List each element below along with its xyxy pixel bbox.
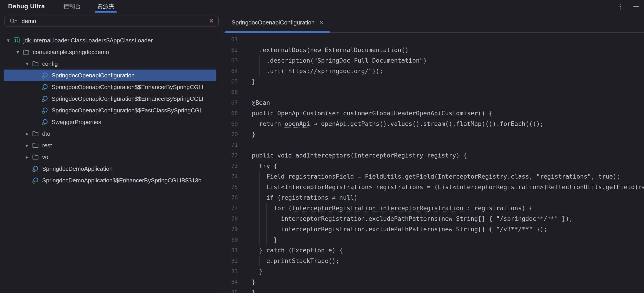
- line-number[interactable]: 66: [224, 87, 238, 97]
- warning-underlined-token: customerGlobalHeaderOpenApiCustomiser: [343, 110, 478, 117]
- tree-item-springdocopenapiconfiguration-enhancerbyspringcg[interactable]: SpringdocOpenapiConfiguration$$EnhancerB…: [4, 81, 216, 93]
- warning-underlined-token: InterceptorRegistration interceptorRegis…: [292, 204, 463, 212]
- indent-guide: [252, 118, 259, 129]
- code-line-65: 65}: [224, 76, 644, 87]
- indent-guide: [252, 182, 266, 192]
- folder-icon: [32, 142, 39, 149]
- editor-tab-label: SpringdocOpenapiConfiguration: [232, 19, 314, 26]
- line-content[interactable]: @Bean: [252, 97, 644, 108]
- line-content[interactable]: try {: [252, 161, 644, 171]
- tree-item-label: config: [42, 60, 58, 67]
- line-content[interactable]: interceptorRegistration.excludePathPatte…: [252, 224, 644, 234]
- line-number[interactable]: 71: [224, 140, 238, 150]
- tree-item-springdocdemoapplication-enhancerbyspringcglib-1[interactable]: SpringdocDemoApplication$$EnhancerBySpri…: [4, 174, 216, 186]
- line-content[interactable]: }: [252, 129, 644, 140]
- minimize-icon[interactable]: [633, 6, 639, 7]
- line-number[interactable]: 82: [224, 256, 238, 266]
- line-content[interactable]: Field registrationsField = FieldUtils.ge…: [252, 171, 644, 182]
- folder-icon: [32, 130, 39, 137]
- line-number[interactable]: 61: [224, 34, 238, 45]
- line-number[interactable]: 75: [224, 182, 238, 192]
- tree-item-springdocopenapiconfiguration[interactable]: SpringdocOpenapiConfiguration: [4, 70, 216, 81]
- line-number[interactable]: 78: [224, 213, 238, 224]
- line-content[interactable]: .description("SpringDoc Full Documentati…: [252, 55, 644, 66]
- line-content[interactable]: [252, 140, 644, 150]
- tree-item-springdocopenapiconfiguration-fastclassbyspringc[interactable]: SpringdocOpenapiConfiguration$$FastClass…: [4, 104, 216, 116]
- line-number[interactable]: 68: [224, 108, 238, 118]
- line-number[interactable]: 67: [224, 97, 238, 108]
- code-line-63: 63.description("SpringDoc Full Documenta…: [224, 55, 644, 66]
- line-number[interactable]: 77: [224, 203, 238, 213]
- line-content[interactable]: [252, 87, 644, 97]
- indent-guide: [252, 234, 274, 245]
- line-number[interactable]: 65: [224, 76, 238, 87]
- line-content[interactable]: }: [252, 76, 644, 87]
- chevron-right-icon[interactable]: ▸: [22, 142, 32, 148]
- line-number[interactable]: 76: [224, 192, 238, 203]
- line-content[interactable]: }: [252, 287, 644, 293]
- line-content[interactable]: [252, 34, 644, 45]
- line-number[interactable]: 85: [224, 287, 238, 293]
- search-input[interactable]: [22, 18, 205, 25]
- tree-item-label: SpringdocOpenapiConfiguration: [52, 72, 135, 79]
- tree-item-vo[interactable]: ▸vo: [4, 151, 216, 163]
- line-number[interactable]: 74: [224, 171, 238, 182]
- tree-item-com-example-springdocdemo[interactable]: ▾com.example.springdocdemo: [4, 46, 216, 58]
- tree-item-springdocopenapiconfiguration-enhancerbyspringcg[interactable]: SpringdocOpenapiConfiguration$$EnhancerB…: [4, 93, 216, 104]
- more-options-icon[interactable]: ⋮: [617, 3, 624, 10]
- tree-item-jdk-internal-loader-classloaders-appclassloader[interactable]: ▾jdk.internal.loader.ClassLoaders$AppCla…: [4, 34, 216, 46]
- class-icon: [41, 118, 48, 126]
- line-content[interactable]: }: [252, 266, 644, 276]
- search-box[interactable]: ✕: [4, 16, 218, 26]
- chevron-down-icon[interactable]: ▾: [4, 37, 13, 44]
- clear-search-icon[interactable]: ✕: [209, 18, 214, 24]
- line-content[interactable]: for (InterceptorRegistration interceptor…: [252, 203, 644, 213]
- tree-item-label: vo: [42, 154, 48, 161]
- line-number[interactable]: 73: [224, 161, 238, 171]
- line-number[interactable]: 72: [224, 150, 238, 161]
- chevron-right-icon[interactable]: ▸: [22, 130, 32, 137]
- close-tab-icon[interactable]: ✕: [319, 19, 324, 26]
- line-content[interactable]: .externalDocs(new ExternalDocumentation(…: [252, 45, 644, 55]
- tab-resources[interactable]: 资源夹: [95, 0, 117, 12]
- line-content[interactable]: }: [252, 234, 644, 245]
- line-number[interactable]: 81: [224, 245, 238, 256]
- tree-item-dto[interactable]: ▸dto: [4, 128, 216, 140]
- tree-item-config[interactable]: ▾config: [4, 58, 216, 70]
- tab-console[interactable]: 控制台: [61, 0, 83, 12]
- code-line-73: 73try {: [224, 161, 644, 171]
- code-line-83: 83}: [224, 266, 644, 276]
- tree-item-label: SwaggerProperties: [52, 119, 101, 126]
- line-content[interactable]: } catch (Exception e) {: [252, 245, 644, 256]
- line-content[interactable]: e.printStackTrace();: [252, 256, 644, 266]
- indent-guide: [252, 161, 259, 171]
- line-number[interactable]: 79: [224, 224, 238, 234]
- tree-item-swaggerproperties[interactable]: SwaggerProperties: [4, 116, 216, 128]
- tree-item-rest[interactable]: ▸rest: [4, 140, 216, 151]
- line-number[interactable]: 62: [224, 45, 238, 55]
- line-content[interactable]: }: [252, 276, 644, 287]
- line-number[interactable]: 83: [224, 266, 238, 276]
- editor-tab[interactable]: SpringdocOpenapiConfiguration ✕: [225, 12, 330, 32]
- indent-guide: [252, 266, 259, 276]
- chevron-down-icon[interactable]: ▾: [13, 49, 22, 55]
- line-content[interactable]: List<InterceptorRegistration> registrati…: [252, 182, 644, 192]
- line-content[interactable]: .url("https://springdoc.org/"));: [252, 66, 644, 76]
- line-number[interactable]: 80: [224, 234, 238, 245]
- line-content[interactable]: if (registrations ≠ null): [252, 192, 644, 203]
- chevron-down-icon[interactable]: ▾: [22, 60, 32, 67]
- line-number[interactable]: 64: [224, 66, 238, 76]
- line-content[interactable]: public void addInterceptors(InterceptorR…: [252, 150, 644, 161]
- line-content[interactable]: return openApi → openApi.getPaths().valu…: [252, 118, 644, 129]
- tree-item-springdocdemoapplication[interactable]: SpringdocDemoApplication: [4, 163, 216, 174]
- folder-icon: [32, 60, 39, 67]
- sidebar: ✕ ▾jdk.internal.loader.ClassLoaders$AppC…: [0, 12, 223, 293]
- line-number[interactable]: 84: [224, 276, 238, 287]
- line-number[interactable]: 69: [224, 118, 238, 129]
- line-content[interactable]: public OpenApiCustomiser customerGlobalH…: [252, 108, 644, 118]
- line-content[interactable]: interceptorRegistration.excludePathPatte…: [252, 213, 644, 224]
- line-number[interactable]: 70: [224, 129, 238, 140]
- chevron-right-icon[interactable]: ▸: [22, 154, 32, 160]
- line-number[interactable]: 63: [224, 55, 238, 66]
- code-line-71: 71: [224, 140, 644, 150]
